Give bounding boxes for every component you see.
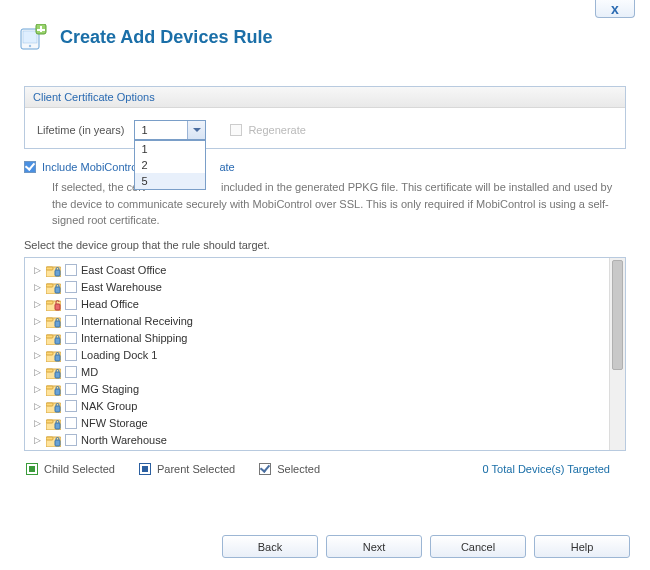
svg-rect-17: [55, 321, 60, 327]
svg-rect-14: [55, 304, 60, 310]
cancel-button[interactable]: Cancel: [430, 535, 526, 558]
folder-icon: [46, 417, 61, 430]
svg-rect-34: [46, 420, 53, 423]
tree-checkbox[interactable]: [65, 383, 77, 395]
tree-label: East Warehouse: [81, 281, 162, 293]
next-button[interactable]: Next: [326, 535, 422, 558]
tree-checkbox[interactable]: [65, 417, 77, 429]
expand-icon[interactable]: ▷: [33, 300, 42, 309]
tree-checkbox[interactable]: [65, 366, 77, 378]
tree-prompt: Select the device group that the rule sh…: [24, 239, 626, 251]
scroll-thumb[interactable]: [612, 260, 623, 370]
tree-label: International Shipping: [81, 332, 187, 344]
tree-label: East Coast Office: [81, 264, 166, 276]
expand-icon[interactable]: ▷: [33, 317, 42, 326]
tree-checkbox[interactable]: [65, 298, 77, 310]
lifetime-dropdown[interactable]: 1 2 5: [134, 140, 206, 190]
svg-rect-31: [46, 403, 53, 406]
include-cert-checkbox[interactable]: [24, 161, 36, 173]
include-cert-label-suffix: ate: [219, 161, 234, 173]
tree-row[interactable]: ▷International Receiving: [29, 313, 625, 330]
expand-icon[interactable]: ▷: [33, 283, 42, 292]
svg-rect-13: [46, 301, 53, 304]
tree-row[interactable]: ▷Loading Dock 1: [29, 347, 625, 364]
expand-icon[interactable]: ▷: [33, 266, 42, 275]
dialog-header: Create Add Devices Rule: [0, 0, 650, 58]
include-cert-label-prefix: Include MobiContro: [42, 161, 137, 173]
expand-icon[interactable]: ▷: [33, 368, 42, 377]
svg-rect-28: [46, 386, 53, 389]
folder-icon: [46, 281, 61, 294]
tree-label: Loading Dock 1: [81, 349, 157, 361]
cert-options-title: Client Certificate Options: [25, 87, 625, 108]
lifetime-option-5[interactable]: 5: [135, 173, 205, 189]
svg-rect-25: [46, 369, 53, 372]
tree-checkbox[interactable]: [65, 315, 77, 327]
svg-rect-32: [55, 406, 60, 412]
svg-rect-22: [46, 352, 53, 355]
help-button[interactable]: Help: [534, 535, 630, 558]
close-button[interactable]: x: [595, 0, 635, 18]
tree-scrollbar[interactable]: [609, 258, 625, 450]
folder-icon: [46, 383, 61, 396]
tree-checkbox[interactable]: [65, 281, 77, 293]
expand-icon[interactable]: ▷: [33, 402, 42, 411]
svg-rect-29: [55, 389, 60, 395]
cert-options-section: Client Certificate Options Lifetime (in …: [24, 86, 626, 149]
svg-rect-19: [46, 335, 53, 338]
chevron-down-icon: [187, 121, 205, 139]
tree-row[interactable]: ▷East Coast Office: [29, 262, 625, 279]
lifetime-select[interactable]: 1 1 2 5: [134, 120, 206, 140]
back-button[interactable]: Back: [222, 535, 318, 558]
tree-checkbox[interactable]: [65, 400, 77, 412]
tree-label: Head Office: [81, 298, 139, 310]
expand-icon[interactable]: ▷: [33, 351, 42, 360]
legend-child-icon: [26, 463, 38, 475]
add-device-icon: [20, 24, 50, 50]
tree-row[interactable]: ▷MD: [29, 364, 625, 381]
expand-icon[interactable]: ▷: [33, 436, 42, 445]
svg-rect-26: [55, 372, 60, 378]
tree-checkbox[interactable]: [65, 349, 77, 361]
tree-row[interactable]: ▷NFW Storage: [29, 415, 625, 432]
tree-checkbox[interactable]: [65, 264, 77, 276]
legend-parent: Parent Selected: [157, 463, 235, 475]
targeted-count: 0 Total Device(s) Targeted: [483, 463, 610, 475]
tree-label: MD: [81, 366, 98, 378]
svg-point-2: [29, 45, 31, 47]
regenerate-checkbox: [230, 124, 242, 136]
svg-rect-20: [55, 338, 60, 344]
lifetime-option-2[interactable]: 2: [135, 157, 205, 173]
tree-row[interactable]: ▷International Shipping: [29, 330, 625, 347]
tree-label: NAK Group: [81, 400, 137, 412]
tree-label: MG Staging: [81, 383, 139, 395]
close-icon: x: [611, 2, 619, 16]
tree-row[interactable]: ▷East Warehouse: [29, 279, 625, 296]
tree-row[interactable]: ▷NAK Group: [29, 398, 625, 415]
tree-row[interactable]: ▷Head Office: [29, 296, 625, 313]
legend-selected: Selected: [277, 463, 320, 475]
svg-rect-5: [37, 29, 45, 31]
svg-rect-16: [46, 318, 53, 321]
expand-icon[interactable]: ▷: [33, 334, 42, 343]
lifetime-option-1[interactable]: 1: [135, 141, 205, 157]
tree-checkbox[interactable]: [65, 332, 77, 344]
folder-icon: [46, 400, 61, 413]
regenerate-label: Regenerate: [248, 124, 306, 136]
expand-icon[interactable]: ▷: [33, 385, 42, 394]
tree-checkbox[interactable]: [65, 434, 77, 446]
svg-rect-38: [55, 440, 60, 446]
tree-row[interactable]: ▷North Warehouse: [29, 432, 625, 449]
svg-rect-10: [46, 284, 53, 287]
legend-selected-icon: [259, 463, 271, 475]
folder-icon: [46, 298, 61, 311]
expand-icon[interactable]: ▷: [33, 419, 42, 428]
svg-rect-37: [46, 437, 53, 440]
tree-row[interactable]: ▷MG Staging: [29, 381, 625, 398]
legend-child: Child Selected: [44, 463, 115, 475]
folder-icon: [46, 315, 61, 328]
svg-rect-23: [55, 355, 60, 361]
lifetime-value: 1: [141, 124, 147, 136]
tree-label: International Receiving: [81, 315, 193, 327]
dialog-title: Create Add Devices Rule: [60, 27, 272, 48]
